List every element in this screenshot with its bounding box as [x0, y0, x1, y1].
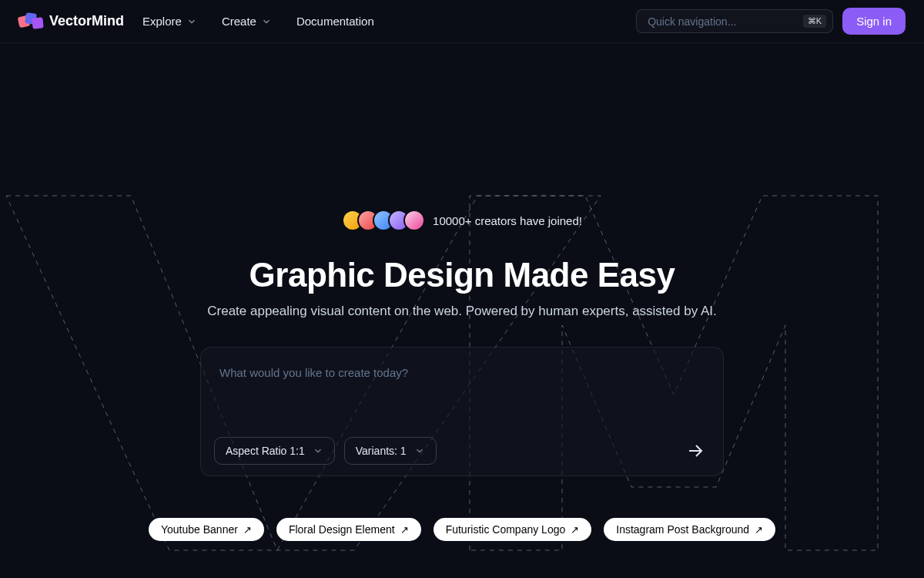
nav-explore[interactable]: Explore	[142, 15, 197, 28]
suggestion-pill[interactable]: Futuristic Company Logo ↗	[434, 518, 592, 541]
aspect-ratio-label: Aspect Ratio 1:1	[226, 445, 305, 457]
page-subtitle: Create appealing visual content on the w…	[207, 304, 717, 319]
creators-row: 10000+ creators have joined!	[342, 210, 582, 231]
arrow-up-right-icon: ↗	[755, 524, 763, 536]
arrow-right-icon	[686, 442, 705, 460]
suggestion-label: Youtube Banner	[161, 523, 238, 536]
suggestion-label: Instagram Post Background	[616, 523, 749, 536]
search-input-wrapper[interactable]: ⌘K	[636, 9, 833, 33]
header-right: ⌘K Sign in	[636, 8, 906, 35]
brand-name: VectorMind	[49, 13, 124, 29]
signin-button[interactable]: Sign in	[842, 8, 906, 35]
nav-create[interactable]: Create	[222, 15, 272, 28]
main-nav: Explore Create Documentation	[142, 15, 374, 28]
shortcut-badge: ⌘K	[803, 15, 826, 28]
nav-explore-label: Explore	[142, 15, 182, 28]
suggestion-label: Futuristic Company Logo	[446, 523, 566, 536]
suggestion-pill[interactable]: Instagram Post Background ↗	[604, 518, 775, 541]
arrow-up-right-icon: ↗	[571, 524, 579, 536]
arrow-up-right-icon: ↗	[243, 524, 252, 536]
suggestion-label: Floral Design Element	[289, 523, 395, 536]
nav-create-label: Create	[222, 15, 256, 28]
logo-icon	[18, 13, 43, 30]
nav-docs[interactable]: Documentation	[296, 15, 374, 28]
chevron-down-icon	[414, 445, 425, 456]
avatar-stack	[342, 210, 425, 231]
variants-select[interactable]: Variants: 1	[344, 437, 437, 465]
prompt-textarea[interactable]	[219, 366, 705, 420]
hero: 10000+ creators have joined! Graphic Des…	[0, 43, 924, 541]
aspect-ratio-select[interactable]: Aspect Ratio 1:1	[214, 437, 335, 465]
variants-label: Variants: 1	[356, 445, 407, 457]
page-title: Graphic Design Made Easy	[249, 256, 675, 294]
suggestion-pill[interactable]: Youtube Banner ↗	[149, 518, 264, 541]
prompt-box: Aspect Ratio 1:1 Variants: 1	[200, 347, 724, 476]
creators-text: 10000+ creators have joined!	[433, 214, 582, 227]
header: VectorMind Explore Create Documentation …	[0, 0, 924, 43]
arrow-up-right-icon: ↗	[400, 524, 409, 536]
submit-button[interactable]	[681, 436, 710, 465]
prompt-controls: Aspect Ratio 1:1 Variants: 1	[214, 436, 710, 465]
chevron-down-icon	[186, 16, 197, 27]
brand[interactable]: VectorMind	[18, 13, 124, 30]
suggestion-row: Youtube Banner ↗ Floral Design Element ↗…	[149, 518, 775, 541]
chevron-down-icon	[261, 16, 272, 27]
avatar	[403, 210, 425, 231]
chevron-down-icon	[313, 445, 323, 456]
search-input[interactable]	[648, 15, 797, 28]
suggestion-pill[interactable]: Floral Design Element ↗	[276, 518, 421, 541]
nav-docs-label: Documentation	[296, 15, 374, 28]
